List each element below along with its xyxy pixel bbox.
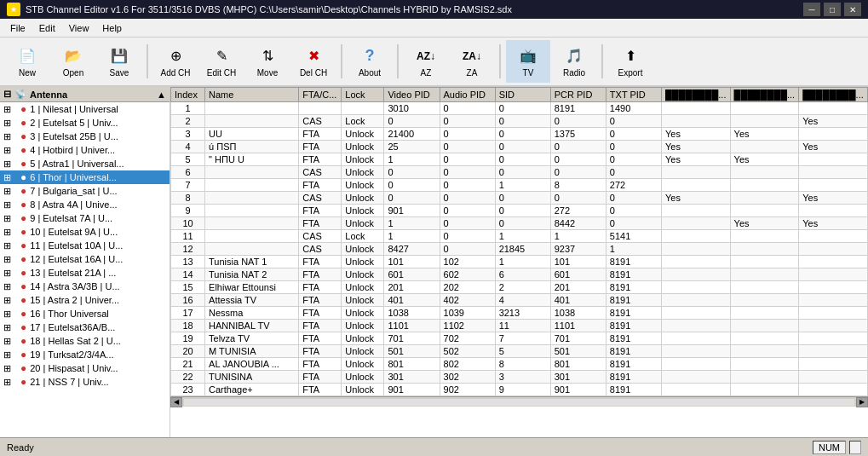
table-row[interactable]: 20M TUNISIAFTAUnlock50150255018191 — [171, 345, 868, 358]
col-header-8[interactable]: TXT PID — [606, 88, 661, 102]
table-row[interactable]: 22TUNISINAFTAUnlock30130233018191 — [171, 371, 868, 384]
add-ch-button[interactable]: ⊕ Add CH — [153, 40, 198, 83]
table-row[interactable]: 10FTAUnlock10084420YesYes — [171, 217, 868, 230]
table-row[interactable]: 9FTAUnlock901002720 — [171, 205, 868, 217]
sidebar-item-4[interactable]: ⊞●4 | Hotbird | Univer... — [0, 143, 170, 157]
tv-button[interactable]: 📺 TV — [506, 40, 550, 83]
maximize-button[interactable]: □ — [824, 3, 841, 16]
menu-file[interactable]: File — [3, 21, 32, 35]
col-header-10[interactable]: ████████... — [730, 88, 799, 102]
col-header-3[interactable]: Lock — [342, 88, 384, 102]
sidebar-item-14[interactable]: ⊞●14 | Astra 3A/3B | U... — [0, 280, 170, 293]
expand-icon-17[interactable]: ⊞ — [3, 322, 19, 333]
sidebar-item-15[interactable]: ⊞●15 | Astra 2 | Univer... — [0, 293, 170, 307]
tree-scroll-up[interactable]: ▲ — [157, 89, 166, 100]
table-row[interactable]: 4ú ΠSΠFTAUnlock250000YesYes — [171, 141, 868, 153]
table-row[interactable]: 130100081911490 — [171, 102, 868, 115]
table-row[interactable]: 15Elhiwar EttounsiFTAUnlock2012022201819… — [171, 281, 868, 294]
open-button[interactable]: 📂 Open — [51, 40, 95, 83]
save-button[interactable]: 💾 Save — [97, 40, 141, 83]
table-row[interactable]: 8CASUnlock00000YesYes — [171, 192, 868, 205]
table-row[interactable]: 2CASLock00000Yes — [171, 115, 868, 128]
expand-icon-10[interactable]: ⊞ — [3, 227, 19, 238]
expand-icon-18[interactable]: ⊞ — [3, 336, 19, 347]
table-row[interactable]: 5" HΠU UFTAUnlock10000YesYes — [171, 153, 868, 166]
expand-icon-1[interactable]: ⊞ — [3, 104, 19, 115]
expand-icon-8[interactable]: ⊞ — [3, 199, 19, 211]
expand-icon-4[interactable]: ⊞ — [3, 145, 19, 156]
menu-view[interactable]: View — [62, 21, 96, 35]
tree-collapse-icon[interactable]: ⊟ — [3, 89, 11, 100]
col-header-7[interactable]: PCR PID — [550, 88, 606, 102]
scroll-left-btn[interactable]: ◀ — [170, 397, 182, 407]
h-scrollbar[interactable]: ◀ ▶ — [170, 396, 868, 407]
expand-icon-20[interactable]: ⊞ — [3, 363, 19, 374]
sidebar-item-17[interactable]: ⊞●17 | Eutelsat36A/B... — [0, 320, 170, 334]
about-button[interactable]: ? About — [348, 40, 392, 83]
az-button[interactable]: AZ↓ AZ — [404, 40, 448, 83]
table-row[interactable]: 21AL JANOUBIA ...FTAUnlock80180288018191 — [171, 358, 868, 371]
table-row[interactable]: 18HANNIBAL TVFTAUnlock110111021111018191 — [171, 320, 868, 332]
sidebar-item-9[interactable]: ⊞●9 | Eutelsat 7A | U... — [0, 211, 170, 225]
sidebar-item-13[interactable]: ⊞●13 | Eutelsat 21A | ... — [0, 266, 170, 280]
table-row[interactable]: 7FTAUnlock0018272 — [171, 179, 868, 192]
sidebar-item-21[interactable]: ⊞●21 | NSS 7 | Univ... — [0, 375, 170, 389]
table-row[interactable]: 14Tunisia NAT 2FTAUnlock60160266018191 — [171, 268, 868, 281]
sidebar-item-12[interactable]: ⊞●12 | Eutelsat 16A | U... — [0, 252, 170, 266]
sidebar-item-2[interactable]: ⊞●2 | Eutelsat 5 | Univ... — [0, 116, 170, 130]
sidebar-item-7[interactable]: ⊞●7 | Bulgaria_sat | U... — [0, 184, 170, 198]
sidebar-item-5[interactable]: ⊞●5 | Astra1 | Universal... — [0, 157, 170, 170]
col-header-4[interactable]: Video PID — [384, 88, 440, 102]
table-row[interactable]: 17NessmaFTAUnlock10381039321310388191 — [171, 307, 868, 320]
del-ch-button[interactable]: ✖ Del CH — [291, 40, 336, 83]
expand-icon-5[interactable]: ⊞ — [3, 159, 19, 170]
radio-button[interactable]: 🎵 Radio — [552, 40, 596, 83]
sidebar-item-19[interactable]: ⊞●19 | Turksat2/3/4A... — [0, 348, 170, 361]
sidebar-item-10[interactable]: ⊞●10 | Eutelsat 9A | U... — [0, 225, 170, 239]
minimize-button[interactable]: ─ — [803, 3, 820, 16]
expand-icon-11[interactable]: ⊞ — [3, 240, 19, 251]
expand-icon-15[interactable]: ⊞ — [3, 295, 19, 306]
sidebar-item-1[interactable]: ⊞●1 | Nilesat | Universal — [0, 102, 170, 116]
expand-icon-3[interactable]: ⊞ — [3, 131, 19, 142]
table-row[interactable]: 6CASUnlock00000 — [171, 166, 868, 179]
table-row[interactable]: 16Attessia TVFTAUnlock40140244018191 — [171, 294, 868, 307]
table-row[interactable]: 3UUFTAUnlock214000013750YesYes — [171, 128, 868, 141]
col-header-1[interactable]: Name — [205, 88, 299, 102]
expand-icon-21[interactable]: ⊞ — [3, 377, 19, 388]
new-button[interactable]: 📄 New — [5, 40, 49, 83]
table-row[interactable]: 11CASLock10115141 — [171, 230, 868, 243]
close-button[interactable]: ✕ — [844, 3, 861, 16]
expand-icon-16[interactable]: ⊞ — [3, 309, 19, 320]
table-row[interactable]: 19Telvza TVFTAUnlock70170277018191 — [171, 332, 868, 345]
export-button[interactable]: ⬆ Export — [608, 40, 652, 83]
sidebar-item-11[interactable]: ⊞●11 | Eutelsat 10A | U... — [0, 239, 170, 252]
expand-icon-19[interactable]: ⊞ — [3, 349, 19, 361]
expand-icon-12[interactable]: ⊞ — [3, 254, 19, 265]
menu-help[interactable]: Help — [95, 21, 129, 35]
col-header-2[interactable]: FTA/C... — [299, 88, 342, 102]
expand-icon-13[interactable]: ⊞ — [3, 268, 19, 279]
scroll-right-btn[interactable]: ▶ — [856, 397, 868, 407]
expand-icon-9[interactable]: ⊞ — [3, 213, 19, 224]
col-header-5[interactable]: Audio PID — [440, 88, 495, 102]
sidebar-item-18[interactable]: ⊞●18 | Hellas Sat 2 | U... — [0, 334, 170, 348]
sidebar-item-6[interactable]: ⊞●6 | Thor | Universal... — [0, 170, 170, 184]
edit-ch-button[interactable]: ✎ Edit CH — [199, 40, 244, 83]
expand-icon-14[interactable]: ⊞ — [3, 281, 19, 292]
sidebar-item-20[interactable]: ⊞●20 | Hispasat | Univ... — [0, 361, 170, 375]
table-row[interactable]: 13Tunisia NAT 1FTAUnlock10110211018191 — [171, 256, 868, 268]
expand-icon-2[interactable]: ⊞ — [3, 118, 19, 129]
col-header-6[interactable]: SID — [495, 88, 550, 102]
expand-icon-6[interactable]: ⊞ — [3, 172, 19, 183]
table-row[interactable]: 12CASUnlock842702184592371 — [171, 243, 868, 256]
za-button[interactable]: ZA↓ ZA — [450, 40, 494, 83]
sidebar-item-8[interactable]: ⊞●8 | Astra 4A | Unive... — [0, 198, 170, 211]
move-button[interactable]: ⇅ Move — [245, 40, 290, 83]
sidebar-item-3[interactable]: ⊞●3 | Eutelsat 25B | U... — [0, 130, 170, 143]
col-header-9[interactable]: ████████... — [661, 88, 730, 102]
expand-icon-7[interactable]: ⊞ — [3, 186, 19, 197]
table-row[interactable]: 23Carthage+FTAUnlock90190299018191 — [171, 384, 868, 396]
menu-edit[interactable]: Edit — [32, 21, 62, 35]
sidebar-item-16[interactable]: ⊞●16 | Thor Universal — [0, 307, 170, 320]
